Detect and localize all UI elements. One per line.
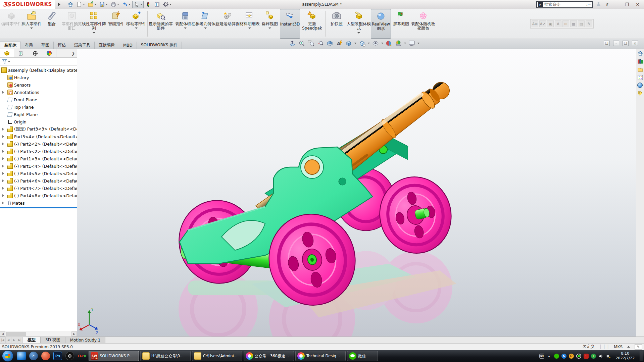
tray-recorder-icon[interactable] xyxy=(576,354,581,359)
tree-root-assembly[interactable]: assemply (Default<Display State-1 xyxy=(0,66,77,74)
tab-scroll-prev-icon[interactable]: ◀ xyxy=(6,337,11,343)
tree-item-part2-2[interactable]: (-) Part2<2> (Default<<Defaul xyxy=(0,140,77,148)
select-tool-button[interactable] xyxy=(132,1,144,8)
menu-flyout-arrow-icon[interactable] xyxy=(58,2,60,6)
resources-icon[interactable] xyxy=(637,50,643,56)
start-button[interactable] xyxy=(2,350,13,362)
featuremanager-tab[interactable] xyxy=(0,49,14,57)
tray-shield-plus-icon[interactable]: + xyxy=(591,354,596,359)
3d-views-tab[interactable]: 3D 视图 xyxy=(41,337,65,343)
quick-launch-photoshop-icon[interactable]: Ps xyxy=(53,352,62,360)
ribbon-update-speedpak-button[interactable]: ! 更新 Speedpak xyxy=(300,9,324,39)
taskbar-clock[interactable]: 8:10 2022/7/22 xyxy=(613,351,637,361)
options-button[interactable] xyxy=(162,1,172,8)
edit-appearance-icon[interactable] xyxy=(385,40,393,47)
appearances-icon[interactable] xyxy=(637,83,643,89)
tree-item-part1-3[interactable]: (-) Part1<3> (Default<<Defaul xyxy=(0,155,77,162)
units-dropdown-icon[interactable] xyxy=(627,346,630,348)
filter-dropdown-icon[interactable] xyxy=(8,61,10,62)
ribbon-bom-button[interactable]: 材料明细表 xyxy=(240,9,260,39)
taskbar-window-folder-h[interactable]: H:\微信公众号\0... xyxy=(140,351,191,361)
zoom-fit-icon[interactable] xyxy=(298,40,305,47)
tab-scroll-next-icon[interactable]: ▶ xyxy=(11,337,17,343)
model-tab[interactable]: 模型 xyxy=(23,337,41,343)
design-library-icon[interactable] xyxy=(637,58,643,64)
status-edit-icon[interactable]: ✎ xyxy=(635,344,642,350)
expand-arrow-icon[interactable] xyxy=(2,150,4,153)
view-normal-to-icon[interactable] xyxy=(289,40,296,47)
performance-evaluation-button[interactable] xyxy=(144,1,152,8)
tree-item-part5-2[interactable]: (-) Part5<2> (Default<<Defaul xyxy=(0,148,77,155)
graphics-viewport[interactable]: Y X Z xyxy=(77,49,636,337)
ribbon-realview-button[interactable]: RealView 图形 xyxy=(371,9,391,39)
motion-study-tab[interactable]: Motion Study 1 xyxy=(65,337,106,343)
scroll-right-icon[interactable]: ▶ xyxy=(71,331,77,337)
tray-k-app-icon[interactable]: K xyxy=(561,354,566,359)
ribbon-linear-pattern-button[interactable]: 线性零部件阵列 xyxy=(82,9,106,39)
login-user-icon[interactable] xyxy=(595,1,602,7)
expand-arrow-icon[interactable] xyxy=(2,194,4,197)
previous-view-icon[interactable] xyxy=(317,40,324,47)
doc-pane-icon[interactable]: ❏ xyxy=(604,41,610,46)
hide-show-dropdown-icon[interactable] xyxy=(381,43,383,44)
view-palette-icon[interactable] xyxy=(637,74,643,81)
view-orientation-icon[interactable] xyxy=(345,40,352,47)
expand-arrow-icon[interactable] xyxy=(2,172,4,175)
quick-launch-360-safety-icon[interactable] xyxy=(17,352,26,360)
tree-item-part3-4[interactable]: Part3<4> (Default<<Default>_ xyxy=(0,133,77,140)
tray-volume-icon[interactable] xyxy=(598,354,603,359)
tree-item-sensors[interactable]: Sensors xyxy=(0,81,77,89)
ribbon-move-component-button[interactable]: 移动零部件 xyxy=(126,9,146,39)
tab-assembly[interactable]: 装配体 xyxy=(0,42,21,49)
display-style-dropdown-icon[interactable] xyxy=(368,43,370,44)
tree-item-part1-4[interactable]: (-) Part1<4> (Default<<Defaul xyxy=(0,162,77,170)
tab-mbd[interactable]: MBD xyxy=(119,42,137,49)
tree-item-part4-6[interactable]: (-) Part4<6> (Default<<Defaul xyxy=(0,177,77,185)
configurationmanager-tab[interactable] xyxy=(28,49,42,57)
quick-launch-browser-icon[interactable]: e xyxy=(29,352,38,360)
tree-item-front-plane[interactable]: Front Plane xyxy=(0,96,77,103)
view-settings-dropdown-icon[interactable] xyxy=(417,43,419,44)
expand-arrow-icon[interactable] xyxy=(2,128,4,131)
panel-horizontal-scrollbar[interactable]: ◀ ▶ xyxy=(0,331,77,337)
tab-solidworks-addins[interactable]: SOLIDWORKS 插件 xyxy=(137,42,182,49)
ribbon-screen-capture-button[interactable]: 屏幕截图 xyxy=(391,9,411,39)
tree-item-top-plane[interactable]: Top Plane xyxy=(0,103,77,111)
ribbon-insert-components-button[interactable]: 插入零部件 xyxy=(21,9,42,39)
expand-arrow-icon[interactable] xyxy=(2,91,4,94)
tree-item-annotations[interactable]: Annotations xyxy=(0,89,77,96)
quick-launch-360-browser-icon[interactable]: O< xyxy=(78,352,86,360)
doc-close-icon[interactable]: × xyxy=(632,41,638,46)
doc-minimize-icon[interactable]: – xyxy=(613,41,619,46)
close-button[interactable]: ✕ xyxy=(633,2,642,7)
status-units[interactable]: MKS xyxy=(614,345,623,349)
help-button[interactable]: ? xyxy=(604,2,610,7)
apply-scene-icon[interactable] xyxy=(395,40,402,47)
quick-launch-app-icon[interactable] xyxy=(41,352,50,360)
new-document-button[interactable] xyxy=(75,1,86,8)
expand-arrow-icon[interactable] xyxy=(2,165,4,167)
tab-scroll-first-icon[interactable]: |◀ xyxy=(0,337,6,343)
hide-show-items-icon[interactable] xyxy=(372,40,379,47)
expand-arrow-icon[interactable] xyxy=(2,187,4,190)
search-dropdown-icon[interactable] xyxy=(589,4,591,5)
expand-arrow-icon[interactable] xyxy=(2,202,4,204)
tray-network-warning-icon[interactable] xyxy=(606,354,611,359)
ribbon-assembly-features-button[interactable]: 装配体特征 xyxy=(175,9,195,39)
tree-item-part4-8[interactable]: (-) Part4<8> (Default<<Defaul xyxy=(0,192,77,199)
scroll-left-icon[interactable]: ◀ xyxy=(0,331,5,337)
home-button[interactable] xyxy=(66,1,75,8)
ribbon-new-motion-study-button[interactable]: 新建运动算例 xyxy=(215,9,240,39)
ribbon-random-color-button[interactable]: 装配体随机改变颜色 xyxy=(411,9,435,39)
scrollbar-thumb[interactable] xyxy=(6,332,26,336)
open-button[interactable] xyxy=(87,1,97,8)
tab-evaluate[interactable]: 评估 xyxy=(54,42,70,49)
tab-layout[interactable]: 布局 xyxy=(21,42,37,49)
print-button[interactable] xyxy=(109,1,120,8)
search-icon[interactable]: ⌕ xyxy=(587,2,589,7)
ribbon-reference-geometry-button[interactable]: 参考几何体 xyxy=(195,9,215,39)
tray-wechat-icon[interactable] xyxy=(554,354,559,359)
file-explorer-icon[interactable] xyxy=(637,66,643,72)
tray-dice-alert-icon[interactable]: ! xyxy=(584,354,589,359)
tab-render-tools[interactable]: 渲染工具 xyxy=(70,42,95,49)
